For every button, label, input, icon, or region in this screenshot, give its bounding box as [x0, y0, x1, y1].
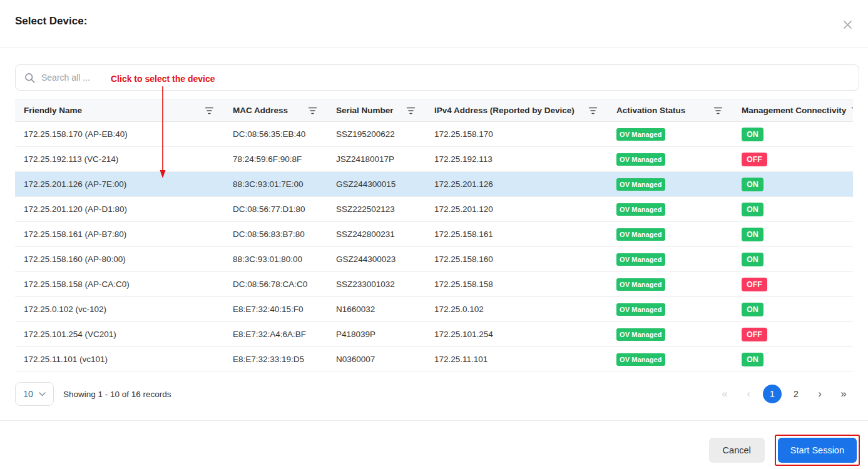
filter-icon[interactable] [712, 106, 724, 116]
page-size-value: 10 [23, 389, 33, 399]
cell-mac-address: DC:08:56:83:B7:80 [224, 222, 327, 247]
connectivity-badge-cell: OFF [733, 147, 853, 172]
cell-ipv4-address: 172.25.201.120 [426, 197, 608, 222]
cell-mac-address: E8:E7:32:A4:6A:BF [224, 322, 327, 347]
connectivity-badge: ON [742, 303, 763, 316]
search-box[interactable] [15, 64, 859, 91]
table-row[interactable]: 172.25.158.160 (AP-80:00)88:3C:93:01:80:… [15, 247, 853, 272]
next-page-button[interactable]: › [810, 385, 829, 403]
pagination-bar: 10 Showing 1 - 10 of 16 records « ‹ 1 2 … [15, 380, 853, 408]
cell-friendly-name: 172.25.158.161 (AP-B7:80) [15, 222, 224, 247]
table-row[interactable]: 172.25.201.126 (AP-7E:00)88:3C:93:01:7E:… [15, 172, 853, 197]
filter-icon[interactable] [587, 106, 599, 116]
connectivity-badge: ON [742, 353, 763, 366]
activation-status-badge-cell: OV Managed [608, 297, 733, 322]
table-row[interactable]: 172.25.101.254 (VC201)E8:E7:32:A4:6A:BFP… [15, 322, 853, 347]
modal-header: Select Device: [0, 0, 868, 48]
prev-page-button[interactable]: ‹ [739, 385, 758, 403]
last-page-button[interactable]: » [834, 385, 853, 403]
activation-status-badge: OV Managed [616, 228, 665, 241]
column-header-ipv4-address: IPv4 Address (Reported by Device) [426, 99, 608, 122]
page-button-1[interactable]: 1 [763, 385, 782, 403]
device-table-wrap: Friendly Name MAC Address Serial Number … [0, 91, 868, 372]
activation-status-badge: OV Managed [616, 303, 665, 316]
activation-status-badge: OV Managed [616, 178, 665, 191]
cell-mac-address: 88:3C:93:01:80:00 [224, 247, 327, 272]
cell-serial-number: SSZ222502123 [327, 197, 426, 222]
cell-serial-number: GSZ244300023 [327, 247, 426, 272]
connectivity-badge-cell: ON [733, 172, 853, 197]
column-label: MAC Address [233, 106, 288, 115]
cell-friendly-name: 172.25.201.126 (AP-7E:00) [15, 172, 224, 197]
page-size-select[interactable]: 10 [15, 382, 54, 406]
column-label: Management Connectivity [742, 106, 846, 115]
table-row[interactable]: 172.25.192.113 (VC-214)78:24:59:6F:90:8F… [15, 147, 853, 172]
connectivity-badge: OFF [742, 278, 767, 291]
table-row[interactable]: 172.25.0.102 (vc-102)E8:E7:32:40:15:F0N1… [15, 297, 853, 322]
cell-mac-address: DC:08:56:77:D1:80 [224, 197, 327, 222]
activation-status-badge-cell: OV Managed [608, 122, 733, 147]
filter-icon[interactable] [405, 106, 417, 116]
connectivity-badge: ON [742, 203, 763, 216]
activation-status-badge-cell: OV Managed [608, 322, 733, 347]
start-session-button[interactable]: Start Session [778, 438, 857, 463]
search-area [0, 48, 868, 91]
cell-friendly-name: 172.25.0.102 (vc-102) [15, 297, 224, 322]
activation-status-badge: OV Managed [616, 128, 665, 141]
cell-serial-number: N0360007 [327, 347, 426, 372]
cell-serial-number: P418039P [327, 322, 426, 347]
table-row[interactable]: 172.25.11.101 (vc101)E8:E7:32:33:19:D5N0… [15, 347, 853, 372]
table-row[interactable]: 172.25.158.158 (AP-CA:C0)DC:08:56:78:CA:… [15, 272, 853, 297]
filter-icon[interactable] [850, 106, 853, 116]
activation-status-badge-cell: OV Managed [608, 272, 733, 297]
cell-ipv4-address: 172.25.0.102 [426, 297, 608, 322]
activation-status-badge: OV Managed [616, 203, 665, 216]
cell-mac-address: E8:E7:32:40:15:F0 [224, 297, 327, 322]
column-label: Serial Number [336, 106, 394, 115]
table-row[interactable]: 172.25.201.120 (AP-D1:80)DC:08:56:77:D1:… [15, 197, 853, 222]
cell-ipv4-address: 172.25.201.126 [426, 172, 608, 197]
device-table: Friendly Name MAC Address Serial Number … [15, 99, 853, 372]
connectivity-badge-cell: ON [733, 297, 853, 322]
connectivity-badge: OFF [742, 153, 767, 166]
cell-mac-address: DC:08:56:78:CA:C0 [224, 272, 327, 297]
device-table-body: 172.25.158.170 (AP-EB:40)DC:08:56:35:EB:… [15, 122, 853, 372]
activation-status-badge: OV Managed [616, 153, 665, 166]
cell-ipv4-address: 172.25.158.160 [426, 247, 608, 272]
column-header-serial-number: Serial Number [327, 99, 426, 122]
filter-icon[interactable] [307, 106, 319, 116]
column-header-management-connectivity: Management Connectivity [733, 99, 853, 122]
table-row[interactable]: 172.25.158.170 (AP-EB:40)DC:08:56:35:EB:… [15, 122, 853, 147]
connectivity-badge-cell: ON [733, 247, 853, 272]
connectivity-badge: OFF [742, 328, 767, 341]
activation-status-badge-cell: OV Managed [608, 222, 733, 247]
activation-status-badge: OV Managed [616, 353, 665, 366]
search-input[interactable] [41, 73, 850, 83]
cell-ipv4-address: 172.25.192.113 [426, 147, 608, 172]
cell-friendly-name: 172.25.101.254 (VC201) [15, 322, 224, 347]
first-page-button[interactable]: « [715, 385, 734, 403]
pager: « ‹ 1 2 › » [715, 385, 853, 403]
connectivity-badge-cell: ON [733, 122, 853, 147]
search-icon [24, 73, 35, 83]
filter-icon[interactable] [203, 106, 215, 116]
activation-status-badge-cell: OV Managed [608, 197, 733, 222]
table-row[interactable]: 172.25.158.161 (AP-B7:80)DC:08:56:83:B7:… [15, 222, 853, 247]
page-button-2[interactable]: 2 [787, 385, 805, 403]
cell-serial-number: SSZ195200622 [327, 122, 426, 147]
cancel-button[interactable]: Cancel [709, 438, 765, 463]
activation-status-badge: OV Managed [616, 328, 665, 341]
chevron-down-icon [39, 392, 46, 396]
column-header-mac-address: MAC Address [224, 99, 327, 122]
cell-mac-address: 88:3C:93:01:7E:00 [224, 172, 327, 197]
table-header-row: Friendly Name MAC Address Serial Number … [15, 99, 853, 122]
cell-ipv4-address: 172.25.11.101 [426, 347, 608, 372]
activation-status-badge-cell: OV Managed [608, 247, 733, 272]
cell-serial-number: SSZ233001032 [327, 272, 426, 297]
cell-serial-number: SSZ242800231 [327, 222, 426, 247]
cell-friendly-name: 172.25.158.170 (AP-EB:40) [15, 122, 224, 147]
cell-friendly-name: 172.25.158.158 (AP-CA:C0) [15, 272, 224, 297]
activation-status-badge: OV Managed [616, 278, 665, 291]
close-icon[interactable] [840, 18, 854, 31]
activation-status-badge: OV Managed [616, 253, 665, 266]
